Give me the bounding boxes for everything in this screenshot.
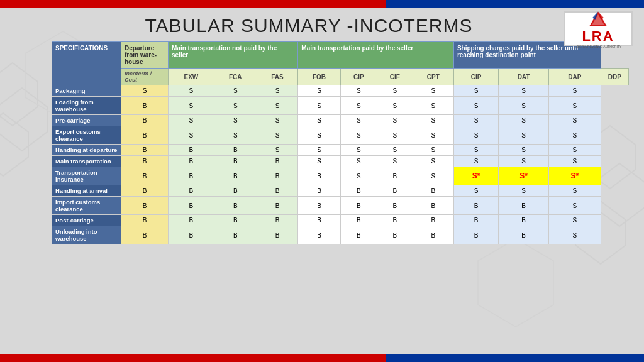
col-fas: FAS bbox=[257, 69, 298, 85]
departure-header: Departure from ware-house bbox=[121, 42, 169, 69]
data-cell: B bbox=[413, 197, 453, 215]
data-cell: B bbox=[214, 215, 257, 226]
data-cell: B bbox=[257, 226, 298, 244]
data-cell: S bbox=[413, 85, 453, 97]
data-cell: S bbox=[548, 215, 601, 226]
data-cell: S bbox=[499, 85, 549, 97]
logo-subtitle: LIBERIA REVENUE AUTHORITY bbox=[575, 45, 621, 48]
data-cell: S bbox=[453, 115, 498, 126]
spec-cell: Handling at arrival bbox=[52, 185, 121, 197]
data-cell: S bbox=[377, 145, 413, 156]
data-cell: S bbox=[548, 126, 601, 145]
main-not-paid-header: Main transportation not paid by the sell… bbox=[169, 42, 298, 69]
data-cell: B bbox=[121, 145, 169, 156]
stripe-top bbox=[0, 0, 644, 8]
data-cell: S bbox=[548, 145, 601, 156]
data-cell: B bbox=[214, 197, 257, 215]
data-cell: S bbox=[340, 145, 377, 156]
data-cell: S bbox=[499, 145, 549, 156]
spec-cell: Post-carriage bbox=[52, 215, 121, 226]
col-cpt: CPT bbox=[413, 69, 453, 85]
data-cell: S bbox=[340, 85, 377, 97]
data-cell: B bbox=[169, 185, 214, 197]
data-cell: S bbox=[377, 115, 413, 126]
data-cell: S bbox=[499, 156, 549, 167]
col-exw: EXW bbox=[169, 69, 214, 85]
data-cell: S bbox=[214, 97, 257, 115]
data-cell: S bbox=[214, 115, 257, 126]
data-cell: S bbox=[298, 156, 340, 167]
data-cell: B bbox=[377, 215, 413, 226]
data-cell: B bbox=[413, 226, 453, 244]
logo-text: LRA bbox=[582, 28, 614, 45]
data-cell: B bbox=[298, 185, 340, 197]
logo-icon bbox=[589, 9, 608, 28]
data-cell: B bbox=[121, 197, 169, 215]
data-cell: B bbox=[121, 126, 169, 145]
data-cell: B bbox=[214, 226, 257, 244]
data-cell: B bbox=[453, 215, 498, 226]
incoterms-table: SPECIFICATIONS Departure from ware-house… bbox=[52, 41, 629, 244]
data-cell: B bbox=[377, 167, 413, 185]
data-cell: S bbox=[499, 97, 549, 115]
data-cell: S bbox=[453, 185, 498, 197]
spec-cell: Loading from warehouse bbox=[52, 97, 121, 115]
data-cell: S bbox=[548, 226, 601, 244]
logo: LRA LIBERIA REVENUE AUTHORITY bbox=[564, 11, 633, 46]
data-cell: S bbox=[340, 115, 377, 126]
data-cell: S bbox=[499, 126, 549, 145]
data-cell: S bbox=[340, 167, 377, 185]
data-cell: B bbox=[340, 215, 377, 226]
col-cif: CIF bbox=[377, 69, 413, 85]
col-dat: DAT bbox=[499, 69, 549, 85]
data-cell: S bbox=[413, 115, 453, 126]
data-cell: S* bbox=[499, 167, 549, 185]
col-fob: FOB bbox=[298, 69, 340, 85]
stripe-bottom bbox=[0, 354, 644, 362]
data-cell: S bbox=[413, 167, 453, 185]
data-cell: B bbox=[377, 185, 413, 197]
data-cell: S bbox=[548, 156, 601, 167]
data-cell: B bbox=[121, 185, 169, 197]
table-container: SPECIFICATIONS Departure from ware-house… bbox=[52, 41, 629, 349]
data-cell: B bbox=[340, 197, 377, 215]
data-cell: S bbox=[548, 197, 601, 215]
data-cell: B bbox=[340, 185, 377, 197]
spec-cell: Transportation insurance bbox=[52, 167, 121, 185]
data-cell: B bbox=[257, 197, 298, 215]
data-cell: S bbox=[453, 156, 498, 167]
table-row: Loading from warehouseBSSSSSSSSSS bbox=[52, 97, 629, 115]
data-cell: B bbox=[121, 97, 169, 115]
table-row: Import customs clearanceBBBBBBBBBBS bbox=[52, 197, 629, 215]
data-cell: S bbox=[453, 126, 498, 145]
data-cell: S bbox=[340, 156, 377, 167]
data-cell: B bbox=[453, 197, 498, 215]
data-cell: S bbox=[377, 97, 413, 115]
spec-cell: Main transportation bbox=[52, 156, 121, 167]
data-cell: B bbox=[169, 226, 214, 244]
data-cell: S bbox=[548, 85, 601, 97]
page-title: TABULAR SUMMARY -INCOTERMS bbox=[52, 15, 629, 36]
data-cell: S bbox=[413, 126, 453, 145]
table-row: Unloading into warehouseBBBBBBBBBBS bbox=[52, 226, 629, 244]
main-content: TABULAR SUMMARY -INCOTERMS SPECIFICATION… bbox=[8, 8, 636, 354]
data-cell: S* bbox=[453, 167, 498, 185]
data-cell: S bbox=[169, 126, 214, 145]
data-cell: S bbox=[298, 115, 340, 126]
data-cell: B bbox=[214, 185, 257, 197]
data-cell: B bbox=[169, 197, 214, 215]
data-cell: S bbox=[340, 97, 377, 115]
data-cell: B bbox=[169, 156, 214, 167]
data-cell: B bbox=[121, 167, 169, 185]
data-cell: S bbox=[453, 97, 498, 115]
col-fca: FCA bbox=[214, 69, 257, 85]
spec-cell: Import customs clearance bbox=[52, 197, 121, 215]
data-cell: S bbox=[169, 115, 214, 126]
spec-cell: Handling at departure bbox=[52, 145, 121, 156]
main-paid-header: Main transportation paid by the seller bbox=[298, 42, 454, 69]
data-cell: B bbox=[214, 145, 257, 156]
data-cell: S bbox=[548, 97, 601, 115]
spec-cell: Unloading into warehouse bbox=[52, 226, 121, 244]
data-cell: B bbox=[257, 156, 298, 167]
data-cell: S bbox=[413, 97, 453, 115]
